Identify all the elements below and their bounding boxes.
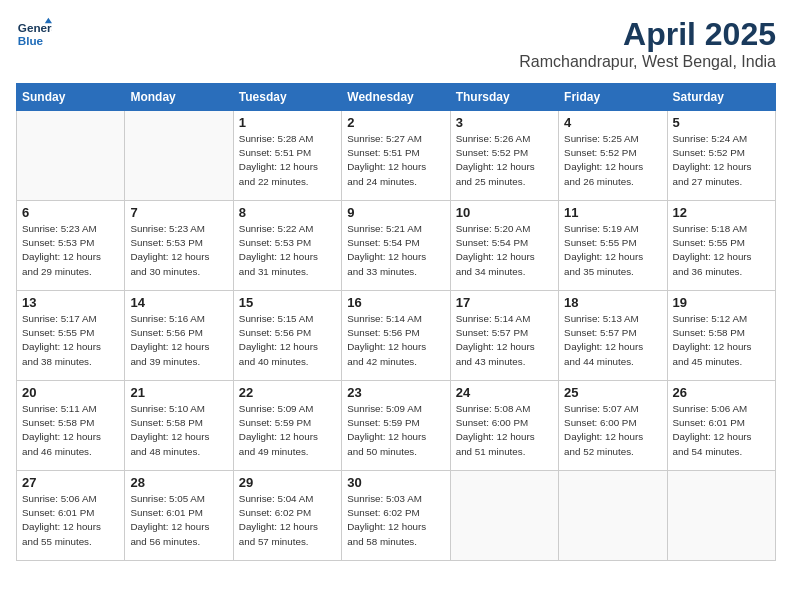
day-info: Sunrise: 5:08 AMSunset: 6:00 PMDaylight:… xyxy=(456,402,553,459)
logo-icon: General Blue xyxy=(16,16,52,52)
day-info: Sunrise: 5:22 AMSunset: 5:53 PMDaylight:… xyxy=(239,222,336,279)
calendar-cell xyxy=(450,471,558,561)
day-number: 2 xyxy=(347,115,444,130)
day-info: Sunrise: 5:06 AMSunset: 6:01 PMDaylight:… xyxy=(22,492,119,549)
day-info: Sunrise: 5:09 AMSunset: 5:59 PMDaylight:… xyxy=(239,402,336,459)
day-info: Sunrise: 5:21 AMSunset: 5:54 PMDaylight:… xyxy=(347,222,444,279)
calendar-cell: 28Sunrise: 5:05 AMSunset: 6:01 PMDayligh… xyxy=(125,471,233,561)
header-sunday: Sunday xyxy=(17,84,125,111)
calendar-cell xyxy=(125,111,233,201)
day-number: 7 xyxy=(130,205,227,220)
calendar-cell: 5Sunrise: 5:24 AMSunset: 5:52 PMDaylight… xyxy=(667,111,775,201)
day-info: Sunrise: 5:24 AMSunset: 5:52 PMDaylight:… xyxy=(673,132,770,189)
day-number: 30 xyxy=(347,475,444,490)
header-monday: Monday xyxy=(125,84,233,111)
page-header: General Blue April 2025 Ramchandrapur, W… xyxy=(16,16,776,71)
calendar-title: April 2025 xyxy=(519,16,776,53)
day-number: 17 xyxy=(456,295,553,310)
header-friday: Friday xyxy=(559,84,667,111)
day-number: 19 xyxy=(673,295,770,310)
day-number: 26 xyxy=(673,385,770,400)
day-info: Sunrise: 5:14 AMSunset: 5:57 PMDaylight:… xyxy=(456,312,553,369)
calendar-cell xyxy=(17,111,125,201)
day-number: 24 xyxy=(456,385,553,400)
calendar-cell: 22Sunrise: 5:09 AMSunset: 5:59 PMDayligh… xyxy=(233,381,341,471)
calendar-cell: 1Sunrise: 5:28 AMSunset: 5:51 PMDaylight… xyxy=(233,111,341,201)
day-number: 14 xyxy=(130,295,227,310)
calendar-week-4: 20Sunrise: 5:11 AMSunset: 5:58 PMDayligh… xyxy=(17,381,776,471)
day-info: Sunrise: 5:26 AMSunset: 5:52 PMDaylight:… xyxy=(456,132,553,189)
day-number: 1 xyxy=(239,115,336,130)
calendar-cell: 20Sunrise: 5:11 AMSunset: 5:58 PMDayligh… xyxy=(17,381,125,471)
day-number: 23 xyxy=(347,385,444,400)
calendar-cell: 4Sunrise: 5:25 AMSunset: 5:52 PMDaylight… xyxy=(559,111,667,201)
calendar-cell: 12Sunrise: 5:18 AMSunset: 5:55 PMDayligh… xyxy=(667,201,775,291)
day-info: Sunrise: 5:27 AMSunset: 5:51 PMDaylight:… xyxy=(347,132,444,189)
day-number: 16 xyxy=(347,295,444,310)
day-info: Sunrise: 5:19 AMSunset: 5:55 PMDaylight:… xyxy=(564,222,661,279)
day-info: Sunrise: 5:11 AMSunset: 5:58 PMDaylight:… xyxy=(22,402,119,459)
day-info: Sunrise: 5:12 AMSunset: 5:58 PMDaylight:… xyxy=(673,312,770,369)
day-info: Sunrise: 5:05 AMSunset: 6:01 PMDaylight:… xyxy=(130,492,227,549)
day-info: Sunrise: 5:23 AMSunset: 5:53 PMDaylight:… xyxy=(130,222,227,279)
day-info: Sunrise: 5:04 AMSunset: 6:02 PMDaylight:… xyxy=(239,492,336,549)
header-saturday: Saturday xyxy=(667,84,775,111)
day-number: 25 xyxy=(564,385,661,400)
day-info: Sunrise: 5:28 AMSunset: 5:51 PMDaylight:… xyxy=(239,132,336,189)
calendar-cell: 16Sunrise: 5:14 AMSunset: 5:56 PMDayligh… xyxy=(342,291,450,381)
title-section: April 2025 Ramchandrapur, West Bengal, I… xyxy=(519,16,776,71)
day-number: 22 xyxy=(239,385,336,400)
day-number: 3 xyxy=(456,115,553,130)
calendar-cell: 27Sunrise: 5:06 AMSunset: 6:01 PMDayligh… xyxy=(17,471,125,561)
calendar-cell xyxy=(667,471,775,561)
day-number: 28 xyxy=(130,475,227,490)
calendar-cell: 9Sunrise: 5:21 AMSunset: 5:54 PMDaylight… xyxy=(342,201,450,291)
calendar-cell: 8Sunrise: 5:22 AMSunset: 5:53 PMDaylight… xyxy=(233,201,341,291)
header-tuesday: Tuesday xyxy=(233,84,341,111)
day-number: 8 xyxy=(239,205,336,220)
calendar-cell: 10Sunrise: 5:20 AMSunset: 5:54 PMDayligh… xyxy=(450,201,558,291)
calendar-cell: 18Sunrise: 5:13 AMSunset: 5:57 PMDayligh… xyxy=(559,291,667,381)
calendar-cell: 14Sunrise: 5:16 AMSunset: 5:56 PMDayligh… xyxy=(125,291,233,381)
calendar-cell: 29Sunrise: 5:04 AMSunset: 6:02 PMDayligh… xyxy=(233,471,341,561)
day-info: Sunrise: 5:18 AMSunset: 5:55 PMDaylight:… xyxy=(673,222,770,279)
day-number: 10 xyxy=(456,205,553,220)
day-info: Sunrise: 5:23 AMSunset: 5:53 PMDaylight:… xyxy=(22,222,119,279)
day-info: Sunrise: 5:09 AMSunset: 5:59 PMDaylight:… xyxy=(347,402,444,459)
calendar-cell: 19Sunrise: 5:12 AMSunset: 5:58 PMDayligh… xyxy=(667,291,775,381)
day-number: 29 xyxy=(239,475,336,490)
header-thursday: Thursday xyxy=(450,84,558,111)
day-info: Sunrise: 5:06 AMSunset: 6:01 PMDaylight:… xyxy=(673,402,770,459)
calendar-table: Sunday Monday Tuesday Wednesday Thursday… xyxy=(16,83,776,561)
day-number: 4 xyxy=(564,115,661,130)
day-number: 15 xyxy=(239,295,336,310)
day-number: 12 xyxy=(673,205,770,220)
day-number: 9 xyxy=(347,205,444,220)
calendar-cell: 2Sunrise: 5:27 AMSunset: 5:51 PMDaylight… xyxy=(342,111,450,201)
calendar-subtitle: Ramchandrapur, West Bengal, India xyxy=(519,53,776,71)
day-info: Sunrise: 5:16 AMSunset: 5:56 PMDaylight:… xyxy=(130,312,227,369)
calendar-cell: 21Sunrise: 5:10 AMSunset: 5:58 PMDayligh… xyxy=(125,381,233,471)
calendar-cell: 6Sunrise: 5:23 AMSunset: 5:53 PMDaylight… xyxy=(17,201,125,291)
day-number: 20 xyxy=(22,385,119,400)
calendar-cell: 30Sunrise: 5:03 AMSunset: 6:02 PMDayligh… xyxy=(342,471,450,561)
calendar-cell: 24Sunrise: 5:08 AMSunset: 6:00 PMDayligh… xyxy=(450,381,558,471)
day-info: Sunrise: 5:20 AMSunset: 5:54 PMDaylight:… xyxy=(456,222,553,279)
calendar-week-1: 1Sunrise: 5:28 AMSunset: 5:51 PMDaylight… xyxy=(17,111,776,201)
day-number: 27 xyxy=(22,475,119,490)
svg-text:Blue: Blue xyxy=(18,34,44,47)
day-info: Sunrise: 5:15 AMSunset: 5:56 PMDaylight:… xyxy=(239,312,336,369)
day-info: Sunrise: 5:17 AMSunset: 5:55 PMDaylight:… xyxy=(22,312,119,369)
day-info: Sunrise: 5:13 AMSunset: 5:57 PMDaylight:… xyxy=(564,312,661,369)
day-info: Sunrise: 5:03 AMSunset: 6:02 PMDaylight:… xyxy=(347,492,444,549)
day-number: 21 xyxy=(130,385,227,400)
calendar-week-3: 13Sunrise: 5:17 AMSunset: 5:55 PMDayligh… xyxy=(17,291,776,381)
calendar-cell: 17Sunrise: 5:14 AMSunset: 5:57 PMDayligh… xyxy=(450,291,558,381)
calendar-cell: 15Sunrise: 5:15 AMSunset: 5:56 PMDayligh… xyxy=(233,291,341,381)
day-number: 13 xyxy=(22,295,119,310)
day-info: Sunrise: 5:07 AMSunset: 6:00 PMDaylight:… xyxy=(564,402,661,459)
day-number: 6 xyxy=(22,205,119,220)
calendar-cell: 13Sunrise: 5:17 AMSunset: 5:55 PMDayligh… xyxy=(17,291,125,381)
calendar-cell: 7Sunrise: 5:23 AMSunset: 5:53 PMDaylight… xyxy=(125,201,233,291)
day-number: 5 xyxy=(673,115,770,130)
